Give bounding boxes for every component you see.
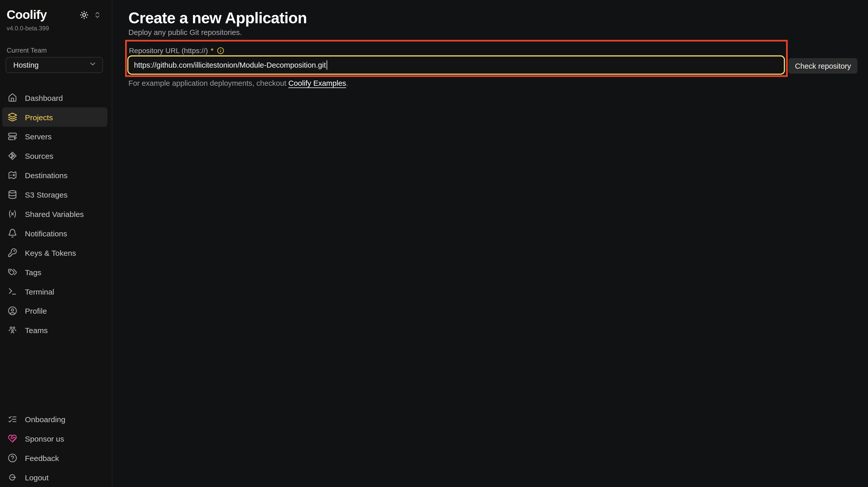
team-select-value: Hosting	[13, 61, 38, 69]
heart-handshake-icon	[8, 434, 17, 443]
page-title: Create a new Application	[128, 9, 307, 28]
sidebar-item-teams[interactable]: Teams	[2, 320, 107, 340]
helper-text: For example application deployments, che…	[128, 79, 348, 88]
key-icon	[8, 248, 17, 257]
logout-icon	[8, 473, 17, 482]
sidebar-nav: Dashboard Projects Servers Sources	[0, 88, 112, 340]
sidebar-item-sources[interactable]: Sources	[2, 146, 107, 165]
server-bolt-icon	[8, 132, 17, 141]
database-icon	[8, 190, 17, 199]
helper-text-prefix: For example application deployments, che…	[128, 79, 288, 88]
sun-icon[interactable]	[80, 10, 89, 20]
chevrons-up-down-icon[interactable]	[93, 11, 101, 19]
sidebar-item-sponsor-us[interactable]: Sponsor us	[2, 429, 107, 448]
help-circle-icon	[8, 453, 17, 463]
main-content: Create a new Application Deploy any publ…	[112, 0, 868, 487]
sidebar-item-dashboard[interactable]: Dashboard	[2, 88, 107, 107]
parentheses-x-icon	[8, 209, 17, 219]
app-window: Coolify v4.0.0-beta.399 Current Team Hos…	[0, 0, 868, 487]
required-asterisk: *	[211, 46, 213, 55]
page-subtitle: Deploy any public Git repositories.	[128, 28, 242, 37]
repository-url-input[interactable]: https://github.com/illicitestonion/Modul…	[127, 55, 785, 75]
git-diamond-icon	[8, 151, 17, 161]
terminal-icon	[8, 287, 17, 296]
sidebar-item-onboarding[interactable]: Onboarding	[2, 410, 107, 429]
current-team-label: Current Team	[7, 46, 47, 54]
user-circle-icon	[8, 306, 17, 316]
info-icon[interactable]	[217, 47, 224, 54]
coolify-examples-link[interactable]: Coolify Examples	[288, 79, 346, 88]
app-version: v4.0.0-beta.399	[7, 25, 49, 32]
helper-text-suffix: .	[346, 79, 348, 88]
app-logo: Coolify	[7, 8, 47, 22]
sidebar-item-profile[interactable]: Profile	[2, 301, 107, 321]
users-group-icon	[8, 325, 17, 335]
layers-icon	[8, 112, 17, 122]
repository-url-label: Repository URL (https://) *	[129, 46, 224, 55]
sidebar-header-icons	[80, 10, 101, 20]
map-x-icon	[8, 170, 17, 180]
sidebar-item-logout[interactable]: Logout	[2, 467, 107, 487]
sidebar-item-tags[interactable]: Tags	[2, 262, 107, 282]
sidebar-item-feedback[interactable]: Feedback	[2, 448, 107, 467]
chevron-down-icon	[89, 60, 97, 70]
sidebar-item-s3-storages[interactable]: S3 Storages	[2, 185, 107, 204]
sidebar-item-servers[interactable]: Servers	[2, 127, 107, 146]
tags-icon	[8, 267, 17, 277]
team-select[interactable]: Hosting	[6, 57, 103, 73]
house-icon	[8, 93, 17, 102]
text-caret	[327, 60, 327, 70]
sidebar-item-projects[interactable]: Projects	[2, 107, 107, 127]
check-repository-button[interactable]: Check repository	[788, 58, 858, 74]
sidebar-footer-nav: Onboarding Sponsor us Feedback Logout	[0, 410, 112, 487]
checklist-icon	[8, 415, 17, 424]
sidebar-item-keys-tokens[interactable]: Keys & Tokens	[2, 243, 107, 262]
sidebar-item-destinations[interactable]: Destinations	[2, 165, 107, 185]
sidebar-item-shared-variables[interactable]: Shared Variables	[2, 204, 107, 224]
repository-url-value: https://github.com/illicitestonion/Modul…	[134, 61, 326, 69]
sidebar-item-notifications[interactable]: Notifications	[2, 224, 107, 243]
sidebar: Coolify v4.0.0-beta.399 Current Team Hos…	[0, 0, 112, 487]
repository-url-label-text: Repository URL (https://)	[129, 46, 208, 55]
sidebar-item-terminal[interactable]: Terminal	[2, 282, 107, 301]
bell-icon	[8, 229, 17, 238]
